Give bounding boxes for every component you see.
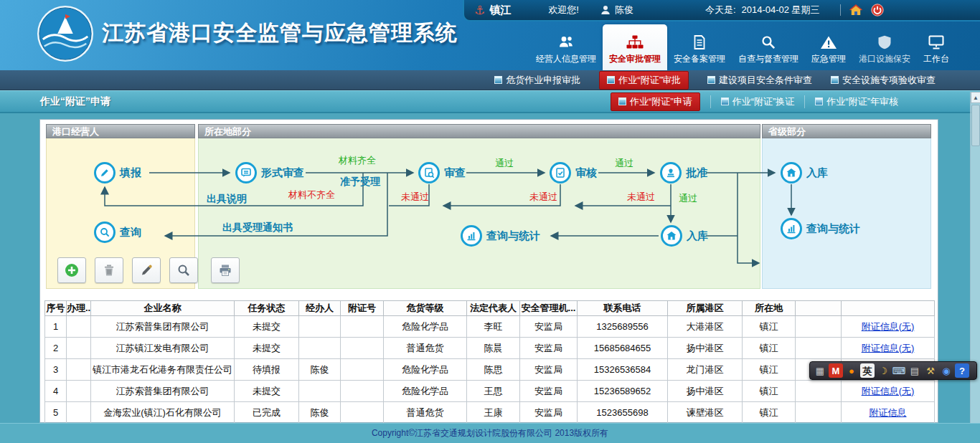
table-cell: 1 [45, 316, 67, 338]
search-button[interactable] [169, 257, 198, 283]
tools-icon[interactable]: ⚒ [923, 363, 938, 378]
table-cell-cert-info: 附证信息(无) [842, 381, 935, 402]
table-cell: 金海宏业(镇江)石化有限公司 [91, 402, 235, 424]
people-icon [557, 35, 575, 49]
doc-magnifier-icon [418, 162, 440, 184]
home-icon[interactable] [849, 4, 862, 16]
table-cell [67, 316, 91, 338]
col-action [796, 301, 842, 316]
cert-info-link[interactable]: 附证信息(无) [862, 343, 915, 353]
subnav-item-construction-review[interactable]: 建设项目安全条件审查 [707, 74, 812, 87]
tab-cert-renew[interactable]: 作业“附证”换证 [710, 95, 805, 108]
nav-item-workbench[interactable]: 工作台 [917, 27, 956, 70]
table-cell: 未提交 [235, 338, 299, 359]
panel-local: 所在地部分 [198, 124, 760, 289]
table-cell: 已完成 [235, 402, 299, 424]
col-task-status: 任务状态 [235, 301, 299, 316]
table-cell: 陈晨 [467, 338, 520, 359]
document-icon [691, 35, 708, 49]
globe-icon[interactable]: ◉ [939, 363, 953, 378]
tab-cert-apply[interactable]: 作业“附证”申请 [611, 92, 700, 111]
nav-item-self-inspection[interactable]: 自查与督查管理 [732, 27, 805, 70]
ime-logo-icon[interactable]: M [829, 363, 843, 378]
house-icon [781, 162, 802, 184]
col-safety-org: 安全管理机... [520, 301, 578, 316]
help-icon[interactable]: ? [955, 363, 969, 378]
scrollbar-thumb[interactable] [971, 105, 980, 146]
table-cell: 待填报 [235, 359, 299, 381]
table-cell: 安监局 [520, 402, 578, 424]
nav-item-port-security[interactable]: 港口设施保安 [852, 27, 917, 70]
table-row[interactable]: 1江苏索普集团有限公司未提交危险化学品李旺安监局1325689556大港港区镇江… [45, 316, 935, 338]
flow-node-formal-review: 形式审查 [235, 162, 304, 184]
english-mode-icon[interactable]: 英 [860, 363, 875, 378]
copyright-text: Copyright©江苏省交通规划设计院股份有限公司 2013版权所有 [372, 428, 608, 438]
table-cell: 1325689556 [578, 316, 668, 338]
col-seq: 序号 [45, 301, 67, 316]
table-cell: 安监局 [520, 316, 578, 338]
mode-dot-icon[interactable]: ● [844, 363, 859, 378]
cert-info-link[interactable]: 附证信息(无) [862, 321, 915, 332]
cert-info-link[interactable]: 附证信息 [870, 407, 907, 418]
table-row[interactable]: 4江苏索普集团有限公司未提交危险化学品王思安监局15236589652扬中港区镇… [45, 381, 935, 402]
flow-node-stats-provincial: 查询与统计 [781, 218, 860, 239]
nav-item-safety-record[interactable]: 安全备案管理 [667, 27, 732, 70]
window-icon [831, 76, 839, 84]
table-row[interactable]: 2江苏镇江发电有限公司未提交普通危货陈晨安监局15685684655扬中港区镇江… [45, 338, 935, 359]
subnav-item-facility-acceptance[interactable]: 安全设施专项验收审查 [831, 74, 936, 87]
form-icon [235, 162, 257, 184]
table-cell [796, 381, 842, 402]
col-handler: 经办人 [299, 301, 341, 316]
table-cell: 危险化学品 [384, 316, 467, 338]
tab-cert-annual[interactable]: 作业“附证”年审核 [804, 95, 908, 108]
drag-handle-icon[interactable]: ▦ [813, 363, 827, 378]
table-cell [67, 381, 91, 402]
edit-button[interactable] [132, 257, 161, 283]
edge-label-fail-audit: 未通过 [529, 191, 557, 204]
edge-label-pass-review: 通过 [495, 157, 514, 170]
table-cell [341, 359, 384, 381]
top-strip: ⚓ 镇江 欢迎您! 陈俊 今天是: 2014-04-02 星期三 [463, 0, 980, 22]
table-cell: 1523655698 [578, 402, 668, 424]
edge-label-pass-audit: 通过 [615, 157, 633, 170]
table-cell [341, 338, 384, 359]
table-cell: 陈思 [467, 359, 520, 381]
window-icon [494, 76, 502, 84]
cert-info-link[interactable]: 附证信息(无) [862, 386, 915, 396]
table-cell: 镇江 [743, 402, 796, 424]
halfwidth-moon-icon[interactable]: ☽ [876, 363, 890, 378]
magnifier-icon [94, 222, 116, 243]
window-icon [618, 97, 626, 105]
col-cargo-level: 危货等级 [384, 301, 467, 316]
window-icon [707, 76, 715, 84]
table-cell: 江苏索普集团有限公司 [91, 381, 235, 402]
app-logo [36, 4, 95, 63]
print-button[interactable] [211, 257, 240, 283]
flow-node-review: 审查 [418, 162, 466, 184]
softboard-icon[interactable]: ▤ [908, 363, 922, 378]
table-cell: 谏壁港区 [668, 402, 743, 424]
col-phone: 联系电话 [578, 301, 668, 316]
nav-item-operator-info[interactable]: 经营人信息管理 [529, 27, 603, 70]
table-row[interactable]: 5金海宏业(镇江)石化有限公司已完成陈俊普通危货王康安监局1523655698谏… [45, 402, 935, 424]
nav-item-emergency[interactable]: 应急管理 [805, 27, 852, 70]
flow-node-fill: 填报 [94, 162, 141, 184]
table-cell: 镇江市港龙石化港务有限责任公司 [91, 359, 235, 381]
table-cell: 镇江 [743, 338, 796, 359]
ime-toolbar[interactable]: ▦M●英☽⌨▤⚒◉? [809, 361, 977, 380]
nav-item-safety-approval[interactable]: 安全审批管理 [603, 24, 667, 70]
scroll-up-icon[interactable]: ▲ [971, 92, 980, 103]
table-row[interactable]: 3镇江市港龙石化港务有限责任公司待填报陈俊危险化学品陈思安监局153265365… [45, 359, 935, 381]
monitor-icon [928, 35, 945, 49]
table-cell: 危险化学品 [384, 359, 467, 381]
add-button[interactable] [57, 257, 86, 283]
warning-triangle-icon [820, 35, 837, 49]
flow-node-store-provincial: 入库 [781, 162, 828, 184]
anchor-icon: ⚓ [474, 4, 485, 16]
welcome-label: 欢迎您! [548, 4, 579, 16]
keyboard-icon[interactable]: ⌨ [892, 363, 906, 378]
delete-button[interactable] [95, 257, 123, 283]
subnav-item-dangerous-cargo-approval[interactable]: 危货作业申报审批 [494, 74, 580, 87]
logout-power-icon[interactable] [871, 4, 884, 16]
subnav-item-attachment-cert-approval[interactable]: 作业“附证”审批 [599, 71, 689, 90]
